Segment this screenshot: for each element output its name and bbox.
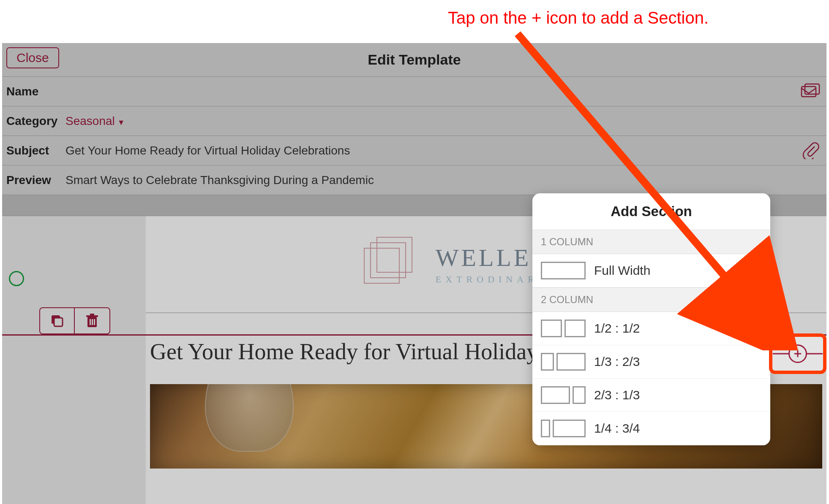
add-section-highlight-box bbox=[769, 333, 826, 374]
layout-preview-icon bbox=[541, 420, 586, 437]
label-preview: Preview bbox=[6, 173, 65, 187]
layout-option[interactable]: 1/4 : 3/4 bbox=[532, 412, 770, 445]
layout-option[interactable]: 1/2 : 1/2 bbox=[532, 312, 770, 345]
layout-option-label: 1/3 : 2/3 bbox=[594, 355, 640, 369]
layout-preview-icon bbox=[541, 386, 586, 404]
annotation-callout: Tap on the + icon to add a Section. bbox=[448, 8, 709, 27]
section-toolbar bbox=[39, 307, 110, 334]
layout-preview-icon bbox=[541, 320, 586, 337]
paperclip-icon[interactable] bbox=[802, 141, 821, 161]
svg-rect-5 bbox=[54, 318, 63, 326]
svg-rect-10 bbox=[92, 319, 93, 325]
layout-option[interactable]: 2/3 : 1/3 bbox=[532, 379, 770, 412]
svg-rect-7 bbox=[86, 315, 98, 317]
layout-option-label: Full Width bbox=[594, 263, 650, 278]
popover-title: Add Section bbox=[532, 193, 770, 230]
layout-option-label: 2/3 : 1/3 bbox=[594, 388, 640, 402]
delete-button[interactable] bbox=[75, 308, 109, 333]
svg-rect-2 bbox=[802, 87, 816, 97]
close-button[interactable]: Close bbox=[6, 47, 59, 68]
layout-option[interactable]: 1/3 : 2/3 bbox=[532, 345, 770, 379]
layout-preview-icon bbox=[541, 262, 586, 279]
svg-rect-11 bbox=[94, 319, 95, 325]
chevron-down-icon: ▼ bbox=[117, 118, 125, 127]
layout-option-label: 1/4 : 3/4 bbox=[594, 421, 640, 436]
layout-preview-icon bbox=[541, 353, 586, 371]
label-category: Category bbox=[6, 114, 65, 128]
svg-rect-8 bbox=[90, 314, 94, 315]
label-subject: Subject bbox=[6, 144, 65, 157]
value-subject: Get Your Home Ready for Virtual Holiday … bbox=[65, 144, 350, 157]
popover-group-header: 1 COLUMN bbox=[532, 230, 770, 254]
row-name[interactable]: Name bbox=[2, 77, 826, 106]
logo-mark bbox=[364, 237, 423, 292]
mail-icon[interactable] bbox=[800, 82, 821, 101]
topbar: Close Edit Template bbox=[2, 43, 826, 77]
page-title: Edit Template bbox=[368, 51, 461, 68]
row-category[interactable]: Category Seasonal▼ bbox=[2, 106, 826, 136]
value-preview: Smart Ways to Celebrate Thanksgiving Dur… bbox=[65, 173, 374, 187]
add-section-popover: Add Section 1 COLUMNFull Width2 COLUMN1/… bbox=[532, 193, 770, 445]
insert-handle[interactable] bbox=[9, 271, 24, 286]
row-preview[interactable]: Preview Smart Ways to Celebrate Thanksgi… bbox=[2, 165, 826, 195]
add-section-button[interactable] bbox=[788, 344, 807, 363]
layout-option[interactable]: Full Width bbox=[532, 254, 770, 287]
row-subject[interactable]: Subject Get Your Home Ready for Virtual … bbox=[2, 136, 826, 165]
label-name: Name bbox=[6, 85, 65, 98]
layout-option-label: 1/2 : 1/2 bbox=[594, 321, 640, 336]
svg-rect-9 bbox=[90, 319, 91, 325]
duplicate-button[interactable] bbox=[40, 308, 75, 333]
popover-group-header: 2 COLUMN bbox=[532, 287, 770, 312]
value-category[interactable]: Seasonal▼ bbox=[65, 114, 125, 128]
